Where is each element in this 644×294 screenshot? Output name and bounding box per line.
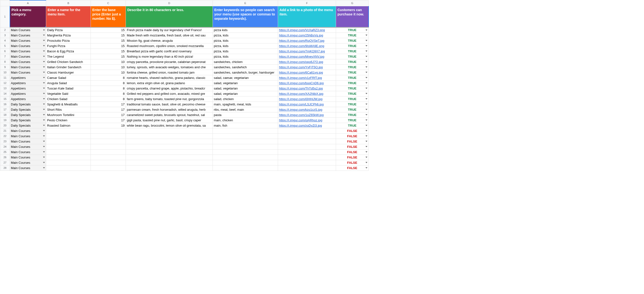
name-cell[interactable] (46, 154, 91, 160)
header-keywords[interactable]: Enter keywords so people can search your… (213, 6, 278, 27)
category-cell[interactable]: Main Courses (10, 27, 46, 32)
photo-link[interactable]: https://i.imgur.com/6Ca61vg.jpg (279, 71, 323, 74)
photo-link-cell[interactable]: https://i.imgur.com/XA2NtbX.jpg (278, 91, 336, 96)
col-header-E[interactable]: E (213, 0, 278, 6)
header-category[interactable]: Pick a menu category. (10, 6, 46, 27)
keywords-cell[interactable] (213, 139, 278, 144)
name-cell[interactable]: Chicken Salad (46, 96, 91, 102)
price-cell[interactable]: 15 (91, 27, 126, 32)
price-cell[interactable] (91, 139, 126, 144)
row-header[interactable]: 15 (0, 96, 10, 102)
purchase-cell[interactable]: TRUE (336, 102, 368, 107)
spreadsheet-grid[interactable]: A B C D E F G 1 Pick a menu category. En… (0, 0, 369, 171)
category-cell[interactable]: Appetizers (10, 86, 46, 91)
price-cell[interactable]: 19 (91, 123, 126, 128)
keywords-cell[interactable] (213, 144, 278, 149)
photo-link[interactable]: https://i.imgur.com/ThTd5s2.jpg (279, 87, 323, 90)
photo-link-cell[interactable]: https://i.imgur.com/1oZ65kW.jpg (278, 112, 336, 118)
header-photo[interactable]: Add a link to a photo of the menu item. (278, 6, 336, 27)
photo-link-cell[interactable]: https://i.imgur.com/opo6J7O.jpg (278, 59, 336, 64)
photo-link[interactable]: https://i.imgur.com/kzo1czS.jpg (279, 108, 322, 111)
category-cell[interactable]: Main Courses (10, 59, 46, 64)
photo-link[interactable]: https://i.imgur.com/7mKQ9X7.jpg (279, 49, 325, 53)
purchase-cell[interactable]: TRUE (336, 75, 368, 80)
photo-link-cell[interactable]: https://i.imgur.com/YyFiT5Q.jpg (278, 64, 336, 70)
keywords-cell[interactable]: salad, vegetarian (213, 91, 278, 96)
name-cell[interactable] (46, 160, 91, 165)
photo-link-cell[interactable]: https://i.imgur.com/25hBsVq.jpg (278, 32, 336, 38)
description-cell[interactable]: white bean ragu, broccolini, lemon olive… (126, 123, 213, 128)
description-cell[interactable]: turkey, sprouts, with avacado wedges, to… (126, 64, 213, 70)
col-header-F[interactable]: F (278, 0, 336, 6)
header-purchase[interactable]: Customers can purchase it now. (336, 6, 368, 27)
name-cell[interactable]: Funghi Pizza (46, 43, 91, 48)
row-header[interactable]: 28 (0, 165, 10, 170)
description-cell[interactable]: crispy pancetta, charred grape, apple, p… (126, 86, 213, 91)
photo-link[interactable]: https://i.imgur.com/opo6J7O.jpg (279, 60, 323, 64)
photo-link-cell[interactable] (278, 160, 336, 165)
description-cell[interactable] (126, 144, 213, 149)
description-cell[interactable] (126, 154, 213, 160)
name-cell[interactable]: Roasted Salmon (46, 123, 91, 128)
category-cell[interactable]: Daily Specials (10, 107, 46, 112)
description-cell[interactable]: fontina cheese, grilled onion, roasted t… (126, 70, 213, 75)
price-cell[interactable] (91, 128, 126, 133)
category-cell[interactable]: Appetizers (10, 91, 46, 96)
photo-link-cell[interactable]: https://i.imgur.com/9IsMA9E.png (278, 43, 336, 48)
name-cell[interactable]: Italian Grinder Sandwich (46, 64, 91, 70)
category-cell[interactable]: Main Courses (10, 160, 46, 165)
purchase-cell[interactable]: FALSE (336, 133, 368, 139)
price-cell[interactable]: 15 (91, 54, 126, 59)
row-header[interactable]: 8 (0, 59, 10, 64)
description-cell[interactable]: farm greens, baby tomato, toasted pine n… (126, 96, 213, 102)
price-cell[interactable] (91, 133, 126, 139)
purchase-cell[interactable]: TRUE (336, 107, 368, 112)
description-cell[interactable]: Roasted mushroom, cipollini onion, smoke… (126, 43, 213, 48)
name-cell[interactable]: Spaghetti & Meatballs (46, 102, 91, 107)
name-cell[interactable] (46, 128, 91, 133)
row-header[interactable]: 14 (0, 91, 10, 96)
purchase-cell[interactable]: TRUE (336, 32, 368, 38)
category-cell[interactable]: Daily Specials (10, 102, 46, 107)
row-header[interactable]: 9 (0, 64, 10, 70)
photo-link-cell[interactable]: https://i.imgur.com/v1zFRfT.jpg (278, 75, 336, 80)
category-cell[interactable]: Daily Specials (10, 118, 46, 123)
purchase-cell[interactable]: FALSE (336, 144, 368, 149)
description-cell[interactable]: crispy pancetta, provolone piccante, cal… (126, 59, 213, 64)
keywords-cell[interactable]: main, chicken (213, 118, 278, 123)
purchase-cell[interactable]: TRUE (336, 64, 368, 70)
purchase-cell[interactable]: TRUE (336, 54, 368, 59)
select-all-corner[interactable] (0, 0, 10, 6)
row-header[interactable]: 11 (0, 75, 10, 80)
row-header[interactable]: 19 (0, 118, 10, 123)
photo-link[interactable]: https://i.imgur.com/1oZ65kW.jpg (279, 113, 324, 117)
header-price[interactable]: Enter the base price (Enter just a numbe… (91, 6, 126, 27)
name-cell[interactable]: Bacon & Egg Pizza (46, 48, 91, 54)
price-cell[interactable]: 15 (91, 48, 126, 54)
photo-link-cell[interactable] (278, 144, 336, 149)
purchase-cell[interactable]: FALSE (336, 165, 368, 170)
category-cell[interactable]: Main Courses (10, 149, 46, 154)
row-header[interactable]: 6 (0, 48, 10, 54)
description-cell[interactable]: romaine hearts, shaved radicchio, grana … (126, 75, 213, 80)
name-cell[interactable]: Grilled Chicken Sandwich (46, 59, 91, 64)
name-cell[interactable] (46, 165, 91, 170)
row-header[interactable]: 27 (0, 160, 10, 165)
photo-link[interactable]: https://i.imgur.com/ojARhoz.jpg (279, 118, 322, 122)
photo-link[interactable]: https://i.imgur.com/RoQVSeT.jpg (279, 39, 324, 42)
row-header[interactable]: 17 (0, 107, 10, 112)
keywords-cell[interactable]: salad, chicken (213, 96, 278, 102)
name-cell[interactable] (46, 133, 91, 139)
price-cell[interactable]: 8 (91, 91, 126, 96)
photo-link-cell[interactable]: https://i.imgur.com/6Ca61vg.jpg (278, 70, 336, 75)
photo-link-cell[interactable]: https://i.imgur.com/zoDvZi3.jpg (278, 123, 336, 128)
photo-link-cell[interactable] (278, 139, 336, 144)
description-cell[interactable] (126, 133, 213, 139)
category-cell[interactable]: Daily Specials (10, 123, 46, 128)
header-description[interactable]: Describe it in 80 characters or less. (126, 6, 213, 27)
name-cell[interactable]: Daily Pizza (46, 27, 91, 32)
keywords-cell[interactable]: pasta (213, 112, 278, 118)
price-cell[interactable]: 10 (91, 64, 126, 70)
keywords-cell[interactable] (213, 165, 278, 170)
category-cell[interactable]: Main Courses (10, 128, 46, 133)
